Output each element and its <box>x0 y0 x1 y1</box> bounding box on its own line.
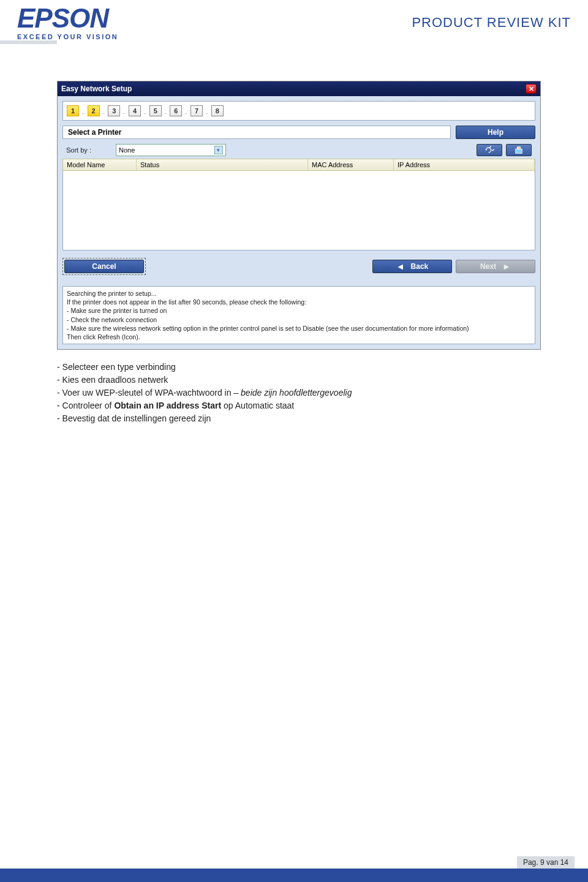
sort-select[interactable]: None ▾ <box>116 144 226 156</box>
page-number: Pag. 9 van 14 <box>517 856 575 869</box>
step-6[interactable]: 6 <box>170 105 182 116</box>
info-line: If the printer does not appear in the li… <box>67 298 531 306</box>
step-7[interactable]: 7 <box>190 105 203 116</box>
footer-bar <box>0 869 588 882</box>
epson-logo: EPSON <box>17 5 108 32</box>
info-box: Searching the printer to setup... If the… <box>62 286 535 344</box>
section-row: Select a Printer Help <box>62 126 535 139</box>
wizard-body: 1∙∙∙ 2∙∙∙ 3∙∙∙ 4∙∙∙ 5∙∙∙ 6∙∙∙ 7∙∙∙ 8 Sel… <box>58 96 540 280</box>
instr-line: - Voer uw WEP-sleutel of WPA-wachtwoord … <box>57 386 557 399</box>
section-label: Select a Printer <box>62 126 451 139</box>
step-dots: ∙∙∙ <box>123 111 125 116</box>
dialog-title: Easy Network Setup <box>61 85 132 93</box>
dialog-screenshot: Easy Network Setup ✕ 1∙∙∙ 2∙∙∙ 3∙∙∙ 4∙∙∙… <box>57 81 541 350</box>
sort-row: Sort by : None ▾ <box>62 141 535 159</box>
arrow-left-icon: ◄ <box>396 262 405 271</box>
close-icon[interactable]: ✕ <box>526 84 537 94</box>
titlebar: Easy Network Setup ✕ <box>58 81 540 96</box>
col-model[interactable]: Model Name <box>63 159 137 170</box>
step-dots: ∙∙∙ <box>102 111 105 116</box>
logo-block: EPSON ® EXCEED YOUR VISION <box>17 5 118 40</box>
info-line: Searching the printer to setup... <box>67 289 531 298</box>
instr-line: - Kies een draadloos netwerk <box>57 374 557 386</box>
help-button[interactable]: Help <box>456 126 535 139</box>
back-label: Back <box>411 262 429 271</box>
next-button[interactable]: Next ► <box>456 260 535 273</box>
step-dots: ∙∙∙ <box>205 111 208 116</box>
cancel-wrap: Cancel <box>62 258 146 275</box>
info-line: - Make sure the wireless network setting… <box>67 324 531 333</box>
chevron-down-icon: ▾ <box>214 146 223 154</box>
info-line: - Make sure the printer is turned on <box>67 306 531 315</box>
sort-value: None <box>119 146 135 154</box>
step-1[interactable]: 1 <box>67 105 79 116</box>
step-dots: ∙∙∙ <box>143 111 146 116</box>
col-ip[interactable]: IP Address <box>394 159 535 170</box>
svg-rect-0 <box>516 149 522 153</box>
cancel-label: Cancel <box>92 262 116 271</box>
table-header: Model Name Status MAC Address IP Address <box>62 159 535 171</box>
col-status[interactable]: Status <box>137 159 308 170</box>
info-line: - Check the network connection <box>67 315 531 324</box>
steps-row: 1∙∙∙ 2∙∙∙ 3∙∙∙ 4∙∙∙ 5∙∙∙ 6∙∙∙ 7∙∙∙ 8 <box>62 101 535 121</box>
step-2[interactable]: 2 <box>88 105 100 116</box>
settings-icon[interactable] <box>506 144 532 156</box>
next-label: Next <box>480 262 496 271</box>
refresh-icon[interactable] <box>477 144 502 156</box>
page-header: EPSON ® EXCEED YOUR VISION PRODUCT REVIE… <box>0 0 588 40</box>
step-dots: ∙∙∙ <box>81 111 84 116</box>
cancel-button[interactable]: Cancel <box>64 260 144 273</box>
arrow-right-icon: ► <box>502 262 511 271</box>
info-line: Then click Refresh (Icon). <box>67 333 531 341</box>
step-dots: ∙∙∙ <box>164 111 167 116</box>
back-button[interactable]: ◄ Back <box>372 260 452 273</box>
col-mac[interactable]: MAC Address <box>308 159 394 170</box>
step-4[interactable]: 4 <box>129 105 141 116</box>
gray-bar <box>0 40 57 44</box>
step-8[interactable]: 8 <box>211 105 224 116</box>
instr-line: - Selecteer een type verbinding <box>57 361 557 374</box>
tagline: EXCEED YOUR VISION <box>17 33 118 40</box>
kit-title: PRODUCT REVIEW KIT <box>412 15 571 31</box>
table-body <box>62 171 535 251</box>
step-5[interactable]: 5 <box>149 105 162 116</box>
sort-label: Sort by : <box>66 146 91 154</box>
instructions: - Selecteer een type verbinding - Kies e… <box>57 361 557 425</box>
nav-row: Cancel ◄ Back Next ► <box>62 258 535 275</box>
instr-line: - Bevestig dat de instellingen gereed zi… <box>57 412 557 425</box>
instr-line: - Controleer of Obtain an IP address Sta… <box>57 399 557 412</box>
step-3[interactable]: 3 <box>108 105 120 116</box>
step-dots: ∙∙∙ <box>184 111 187 116</box>
svg-rect-1 <box>517 147 520 149</box>
